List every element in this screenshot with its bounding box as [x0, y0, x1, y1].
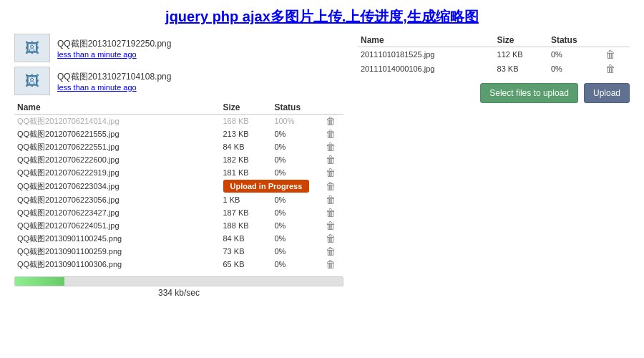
file-name-cell: QQ截图20120706214014.jpg [14, 115, 220, 128]
right-col-status-header: Status [548, 34, 602, 47]
table-row: QQ截图20120706222551.jpg 84 KB 0% 🗑 [14, 140, 343, 153]
upload-thumb: 🖼 [14, 67, 50, 95]
file-name-cell: 20111010181525.jpg [358, 47, 494, 62]
delete-cell: 🗑 [323, 179, 343, 193]
delete-icon[interactable]: 🗑 [605, 63, 615, 74]
delete-icon[interactable]: 🗑 [326, 167, 336, 178]
table-row: 20111014000106.jpg 83 KB 0% 🗑 [358, 62, 630, 76]
col-size-header: Size [220, 101, 272, 115]
delete-icon[interactable]: 🗑 [326, 128, 336, 140]
file-size-cell: 73 KB [220, 245, 272, 258]
file-name-cell: QQ截图20120706221555.jpg [14, 127, 220, 140]
file-status-cell: 0% [271, 127, 323, 140]
file-size-cell: 1 KB [220, 193, 272, 206]
file-status-cell: 0% [271, 193, 323, 206]
recent-upload-item: 🖼 QQ截图20131027104108.png less than a min… [14, 67, 343, 95]
file-size-cell: 182 KB [220, 153, 272, 166]
delete-icon[interactable]: 🗑 [326, 194, 336, 205]
file-size-cell: 187 KB [220, 206, 272, 219]
file-name-cell: QQ截图20130901100259.png [14, 245, 220, 258]
file-status-cell: 0% [271, 153, 323, 166]
delete-icon[interactable]: 🗑 [326, 233, 336, 244]
select-files-button[interactable]: Select files to upload [480, 83, 578, 103]
file-status-cell: 0% [271, 232, 323, 245]
speed-bar-fill [15, 277, 64, 286]
delete-cell: 🗑 [323, 206, 343, 219]
delete-cell: 🗑 [323, 140, 343, 153]
right-panel: Name Size Status 20111010181525.jpg 112 … [358, 34, 630, 298]
table-row: QQ截图20120706223056.jpg 1 KB 0% 🗑 [14, 193, 343, 206]
left-panel: 🖼 QQ截图20131027192250.png less than a min… [14, 34, 343, 298]
delete-icon[interactable]: 🗑 [326, 258, 336, 270]
recent-uploads: 🖼 QQ截图20131027192250.png less than a min… [14, 34, 343, 95]
upload-progress-badge: Upload in Progress [223, 180, 310, 193]
file-size-cell: 112 KB [494, 47, 548, 62]
file-status-cell: 0% [271, 206, 323, 219]
table-row: 20111010181525.jpg 112 KB 0% 🗑 [358, 47, 630, 62]
delete-cell: 🗑 [323, 153, 343, 166]
file-name-cell: QQ截图20120706224051.jpg [14, 219, 220, 232]
delete-icon[interactable]: 🗑 [605, 49, 615, 60]
table-row: QQ截图20120706222919.jpg 181 KB 0% 🗑 [14, 166, 343, 179]
file-name-cell: 20111014000106.jpg [358, 62, 494, 76]
delete-icon[interactable]: 🗑 [326, 141, 336, 153]
upload-filename: QQ截图20131027104108.png [57, 71, 171, 83]
delete-cell: 🗑 [602, 62, 630, 76]
file-name-cell: QQ截图20130901100245.png [14, 232, 220, 245]
file-status-cell: 0% [271, 258, 323, 271]
table-row: QQ截图20120706224051.jpg 188 KB 0% 🗑 [14, 219, 343, 232]
delete-cell: 🗑 [323, 166, 343, 179]
file-size-cell: 188 KB [220, 219, 272, 232]
speed-text: 334 kb/sec [14, 288, 343, 298]
file-status-cell: 0% [548, 47, 602, 62]
file-status-cell: 0% [271, 166, 323, 179]
file-size-cell: 84 KB [220, 140, 272, 153]
action-buttons: Select files to upload Upload [358, 83, 630, 103]
delete-icon[interactable]: 🗑 [326, 154, 336, 165]
delete-cell: 🗑 [323, 232, 343, 245]
table-row: QQ截图20120706223427.jpg 187 KB 0% 🗑 [14, 206, 343, 219]
file-name-cell: QQ截图20120706222600.jpg [14, 153, 220, 166]
table-row: QQ截图20130901100259.png 73 KB 0% 🗑 [14, 245, 343, 258]
table-row: QQ截图20120706222600.jpg 182 KB 0% 🗑 [14, 153, 343, 166]
table-row: QQ截图20120706221555.jpg 213 KB 0% 🗑 [14, 127, 343, 140]
file-size-cell: 83 KB [494, 62, 548, 76]
delete-icon[interactable]: 🗑 [326, 207, 336, 218]
delete-cell: 🗑 [602, 47, 630, 62]
recent-upload-item: 🖼 QQ截图20131027192250.png less than a min… [14, 34, 343, 62]
file-status-cell: 0% [271, 140, 323, 153]
col-name-header: Name [14, 101, 220, 115]
delete-icon[interactable]: 🗑 [326, 246, 336, 257]
delete-cell: 🗑 [323, 245, 343, 258]
upload-filename: QQ截图20131027192250.png [57, 38, 171, 50]
file-size-cell: 84 KB [220, 232, 272, 245]
delete-icon[interactable]: 🗑 [326, 115, 336, 127]
delete-icon[interactable]: 🗑 [326, 220, 336, 231]
delete-cell: 🗑 [323, 258, 343, 271]
file-name-cell: QQ截图20120706223056.jpg [14, 193, 220, 206]
file-status-cell: 0% [271, 219, 323, 232]
table-row: QQ截图20130901100245.png 84 KB 0% 🗑 [14, 232, 343, 245]
upload-time: less than a minute ago [57, 83, 171, 92]
file-table: Name Size Status QQ截图20120706214014.jpg … [14, 101, 343, 271]
upload-info: QQ截图20131027104108.png less than a minut… [57, 71, 171, 92]
right-col-del-header [602, 34, 630, 47]
right-col-size-header: Size [494, 34, 548, 47]
delete-cell: 🗑 [323, 219, 343, 232]
file-name-cell: QQ截图20130901100306.png [14, 258, 220, 271]
table-row: QQ截图20120706223034.jpg Upload in Progres… [14, 179, 343, 193]
file-thumb-icon: 🖼 [25, 73, 39, 90]
col-del-header [323, 101, 343, 115]
file-size-cell: 181 KB [220, 166, 272, 179]
table-row: QQ截图20130901100306.png 65 KB 0% 🗑 [14, 258, 343, 271]
speed-bar-container: 334 kb/sec [14, 276, 343, 298]
upload-time: less than a minute ago [57, 50, 171, 59]
upload-button[interactable]: Upload [584, 83, 630, 103]
file-size-cell: Upload in Progress [220, 179, 323, 193]
delete-cell: 🗑 [323, 193, 343, 206]
file-name-cell: QQ截图20120706223427.jpg [14, 206, 220, 219]
file-thumb-icon: 🖼 [25, 40, 39, 57]
file-name-cell: QQ截图20120706222919.jpg [14, 166, 220, 179]
upload-thumb: 🖼 [14, 34, 50, 62]
delete-icon[interactable]: 🗑 [326, 180, 336, 192]
